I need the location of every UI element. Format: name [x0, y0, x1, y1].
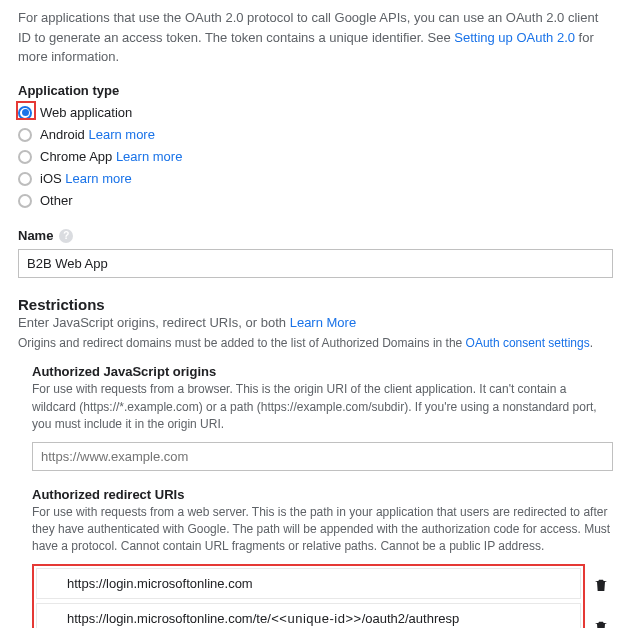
- radio-label: Android Learn more: [40, 126, 155, 144]
- redirect-uris-section: Authorized redirect URIs For use with re…: [32, 487, 613, 628]
- redirect-highlight-box: https://login.microsoftonline.com https:…: [32, 564, 585, 628]
- trash-icon[interactable]: [593, 619, 609, 628]
- radio-label: Other: [40, 192, 73, 210]
- restrictions-sub: Enter JavaScript origins, redirect URIs,…: [18, 315, 613, 330]
- name-input[interactable]: [18, 249, 613, 278]
- application-type-label: Application type: [18, 83, 613, 98]
- radio-chrome-app[interactable]: Chrome App Learn more: [18, 146, 613, 168]
- application-type-radios: Web application Android Learn more Chrom…: [18, 102, 613, 213]
- redirect-desc: For use with requests from a web server.…: [32, 504, 613, 556]
- radio-ios[interactable]: iOS Learn more: [18, 168, 613, 190]
- radio-android[interactable]: Android Learn more: [18, 124, 613, 146]
- radio-icon: [18, 172, 32, 186]
- radio-other[interactable]: Other: [18, 190, 613, 212]
- redirect-row: https://login.microsoftonline.com/te/<<u…: [36, 603, 581, 628]
- radio-web-application[interactable]: Web application: [18, 102, 613, 124]
- restrictions-title: Restrictions: [18, 296, 613, 313]
- trash-icon[interactable]: [593, 577, 609, 593]
- intro-paragraph: For applications that use the OAuth 2.0 …: [18, 8, 613, 67]
- oauth-consent-link[interactable]: OAuth consent settings: [466, 336, 590, 350]
- radio-icon: [18, 150, 32, 164]
- radio-icon: [18, 106, 32, 120]
- radio-icon: [18, 194, 32, 208]
- redirect-input-2[interactable]: https://login.microsoftonline.com/te/<<u…: [36, 603, 581, 628]
- learn-more-link[interactable]: Learn more: [88, 127, 154, 142]
- learn-more-link[interactable]: Learn more: [65, 171, 131, 186]
- js-origins-label: Authorized JavaScript origins: [32, 364, 613, 379]
- radio-label: Chrome App Learn more: [40, 148, 182, 166]
- restrictions-note: Origins and redirect domains must be add…: [18, 336, 613, 350]
- redirect-row: https://login.microsoftonline.com: [36, 568, 581, 599]
- radio-label: Web application: [40, 104, 132, 122]
- learn-more-link[interactable]: Learn More: [290, 315, 356, 330]
- radio-icon: [18, 128, 32, 142]
- js-origins-input[interactable]: [32, 442, 613, 471]
- redirect-input-1[interactable]: https://login.microsoftonline.com: [36, 568, 581, 599]
- radio-label: iOS Learn more: [40, 170, 132, 188]
- setup-oauth-link[interactable]: Setting up OAuth 2.0: [454, 30, 575, 45]
- js-origins-desc: For use with requests from a browser. Th…: [32, 381, 613, 433]
- js-origins-section: Authorized JavaScript origins For use wi…: [32, 364, 613, 470]
- learn-more-link[interactable]: Learn more: [116, 149, 182, 164]
- redirect-label: Authorized redirect URIs: [32, 487, 613, 502]
- name-label: Name: [18, 228, 53, 243]
- help-icon[interactable]: ?: [59, 229, 73, 243]
